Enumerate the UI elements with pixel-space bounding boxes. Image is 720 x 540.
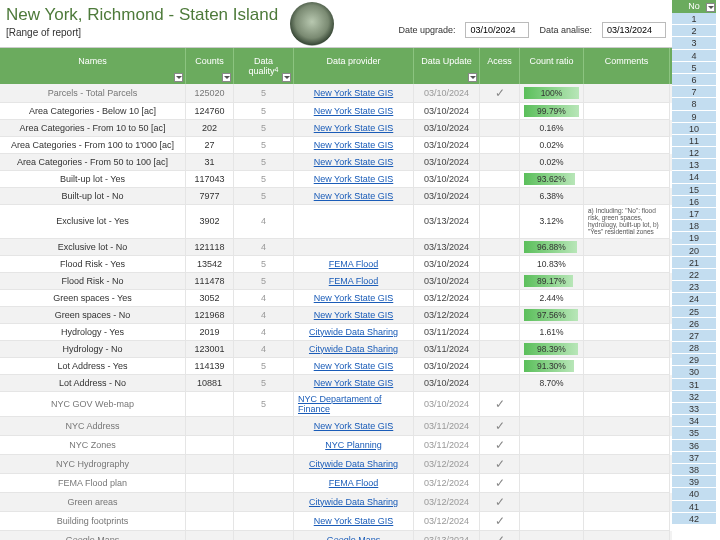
- row-number[interactable]: 37: [672, 452, 716, 464]
- row-number[interactable]: 3: [672, 37, 716, 49]
- row-number[interactable]: 16: [672, 196, 716, 208]
- row-number[interactable]: 36: [672, 440, 716, 452]
- provider-link[interactable]: New York State GIS: [314, 293, 394, 303]
- row-number[interactable]: 34: [672, 415, 716, 427]
- row-name: Area Categories - From 100 to 1'000 [ac]: [11, 140, 174, 150]
- row-name: Flood Risk - No: [61, 276, 123, 286]
- row-number[interactable]: 14: [672, 171, 716, 183]
- row-number[interactable]: 31: [672, 379, 716, 391]
- row-name: NYC Address: [65, 421, 119, 431]
- provider-link[interactable]: Citywide Data Sharing: [309, 497, 398, 507]
- row-number[interactable]: 1: [672, 13, 716, 25]
- table-row: Built-up lot - Yes1170435New York State …: [0, 171, 672, 188]
- row-number[interactable]: 27: [672, 330, 716, 342]
- provider-link[interactable]: Google Maps: [327, 535, 381, 540]
- provider-link[interactable]: Citywide Data Sharing: [309, 344, 398, 354]
- provider-link[interactable]: FEMA Flood: [329, 259, 379, 269]
- provider-link[interactable]: Citywide Data Sharing: [309, 459, 398, 469]
- row-number[interactable]: 15: [672, 184, 716, 196]
- row-number[interactable]: 2: [672, 25, 716, 37]
- provider-link[interactable]: New York State GIS: [314, 174, 394, 184]
- row-number[interactable]: 23: [672, 281, 716, 293]
- row-number[interactable]: 32: [672, 391, 716, 403]
- row-count: 2019: [199, 327, 219, 337]
- row-number[interactable]: 29: [672, 354, 716, 366]
- row-number[interactable]: 9: [672, 111, 716, 123]
- date-analise-input[interactable]: [602, 22, 666, 38]
- row-number[interactable]: 26: [672, 318, 716, 330]
- row-number[interactable]: 19: [672, 232, 716, 244]
- provider-link[interactable]: New York State GIS: [314, 88, 394, 98]
- provider-link[interactable]: FEMA Flood: [329, 478, 379, 488]
- row-number[interactable]: 4: [672, 50, 716, 62]
- row-number[interactable]: 35: [672, 427, 716, 439]
- col-access: Acess: [487, 56, 512, 66]
- provider-link[interactable]: New York State GIS: [314, 123, 394, 133]
- filter-icon[interactable]: [282, 73, 291, 82]
- provider-link[interactable]: Citywide Data Sharing: [309, 327, 398, 337]
- filter-icon[interactable]: [706, 3, 715, 12]
- filter-icon[interactable]: [174, 73, 183, 82]
- row-number[interactable]: 7: [672, 86, 716, 98]
- provider-link[interactable]: NYC Departament of Finance: [298, 394, 409, 414]
- row-number[interactable]: 39: [672, 476, 716, 488]
- row-number[interactable]: 24: [672, 293, 716, 305]
- provider-link[interactable]: New York State GIS: [314, 378, 394, 388]
- provider-link[interactable]: New York State GIS: [314, 310, 394, 320]
- provider-link[interactable]: New York State GIS: [314, 361, 394, 371]
- row-number[interactable]: 40: [672, 488, 716, 500]
- provider-link[interactable]: New York State GIS: [314, 140, 394, 150]
- provider-link[interactable]: New York State GIS: [314, 421, 394, 431]
- row-count: 3052: [199, 293, 219, 303]
- row-name: Green areas: [67, 497, 117, 507]
- row-number[interactable]: 5: [672, 62, 716, 74]
- provider-link[interactable]: New York State GIS: [314, 191, 394, 201]
- date-upgrade-input[interactable]: [465, 22, 529, 38]
- table-header: Names Counts Data quality4 Data provider…: [0, 48, 672, 84]
- row-number[interactable]: 8: [672, 98, 716, 110]
- row-name: Green spaces - Yes: [53, 293, 132, 303]
- provider-link[interactable]: New York State GIS: [314, 106, 394, 116]
- row-number[interactable]: 13: [672, 159, 716, 171]
- row-dq: 5: [261, 157, 266, 167]
- row-update: 03/10/2024: [424, 361, 469, 371]
- check-icon: ✓: [495, 495, 505, 509]
- row-dq: 5: [261, 140, 266, 150]
- row-number[interactable]: 10: [672, 123, 716, 135]
- row-update: 03/11/2024: [424, 344, 469, 354]
- row-number[interactable]: 12: [672, 147, 716, 159]
- table-row: NYC GOV Web-map5NYC Departament of Finan…: [0, 392, 672, 417]
- row-number[interactable]: 20: [672, 245, 716, 257]
- row-name: Area Categories - From 50 to 100 [ac]: [17, 157, 168, 167]
- row-update: 03/11/2024: [424, 440, 469, 450]
- provider-link[interactable]: NYC Planning: [325, 440, 382, 450]
- row-dq: 4: [261, 327, 266, 337]
- row-number[interactable]: 11: [672, 135, 716, 147]
- table-row: Area Categories - From 50 to 100 [ac]315…: [0, 154, 672, 171]
- col-dq: Data quality: [249, 56, 275, 76]
- row-number[interactable]: 18: [672, 220, 716, 232]
- row-number[interactable]: 6: [672, 74, 716, 86]
- row-number[interactable]: 42: [672, 513, 716, 525]
- row-name: FEMA Flood plan: [58, 478, 127, 488]
- row-update: 03/10/2024: [424, 106, 469, 116]
- row-number[interactable]: 21: [672, 257, 716, 269]
- row-number[interactable]: 30: [672, 366, 716, 378]
- row-number[interactable]: 38: [672, 464, 716, 476]
- row-number[interactable]: 25: [672, 306, 716, 318]
- check-icon: ✓: [495, 438, 505, 452]
- provider-link[interactable]: New York State GIS: [314, 516, 394, 526]
- row-number[interactable]: 17: [672, 208, 716, 220]
- row-count: 13542: [197, 259, 222, 269]
- row-number[interactable]: 22: [672, 269, 716, 281]
- filter-icon[interactable]: [468, 73, 477, 82]
- row-name: Hydrology - Yes: [61, 327, 124, 337]
- provider-link[interactable]: New York State GIS: [314, 157, 394, 167]
- row-number[interactable]: 41: [672, 501, 716, 513]
- provider-link[interactable]: FEMA Flood: [329, 276, 379, 286]
- table-row: Green spaces - Yes30524New York State GI…: [0, 290, 672, 307]
- row-count: 10881: [197, 378, 222, 388]
- row-number[interactable]: 33: [672, 403, 716, 415]
- filter-icon[interactable]: [222, 73, 231, 82]
- row-number[interactable]: 28: [672, 342, 716, 354]
